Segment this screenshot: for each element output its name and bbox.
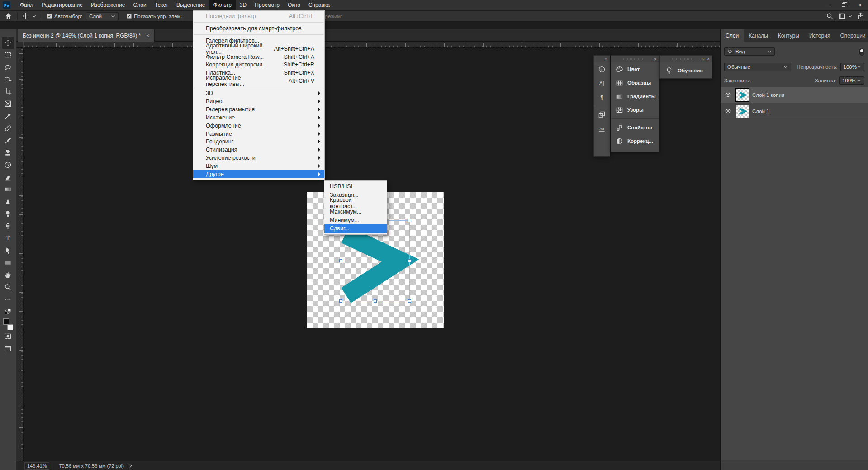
tool-button[interactable] — [2, 85, 14, 98]
show-transform-checkbox[interactable]: ✓ Показать упр. элем. — [127, 11, 182, 21]
menu-item[interactable]: Размытие — [193, 130, 324, 138]
menu-item[interactable]: Исправление перспективы... Alt+Ctrl+V — [193, 77, 324, 85]
layer-type-filter-button[interactable] — [803, 47, 813, 56]
quick-mask-button[interactable] — [2, 330, 14, 342]
menu-item[interactable]: 3D — [193, 89, 324, 97]
transform-handle[interactable] — [408, 219, 411, 222]
menu-item[interactable]: Стилизация — [193, 146, 324, 154]
collapsed-panel-button[interactable] — [594, 62, 610, 76]
menu-item[interactable]: Фильтр Camera Raw... Shift+Ctrl+A — [193, 53, 324, 61]
collapsed-panel-button[interactable]: Aa — [594, 122, 610, 136]
collapsed-panel-button[interactable]: Цвет — [611, 62, 659, 76]
background-color-chip[interactable] — [7, 324, 13, 330]
tool-button[interactable] — [2, 269, 14, 281]
menu-item[interactable]: Шум — [193, 162, 324, 170]
zoom-level-field[interactable]: 146,41% — [24, 462, 49, 470]
collapsed-panel-button[interactable]: Градиенты — [611, 90, 659, 103]
tool-button[interactable] — [2, 171, 14, 183]
menu-item[interactable]: Искажение — [193, 114, 324, 122]
menu-item[interactable]: Видео — [193, 97, 324, 105]
tool-button[interactable] — [2, 220, 14, 232]
tool-button[interactable] — [2, 134, 14, 147]
tool-button[interactable] — [2, 147, 14, 159]
close-button[interactable]: × — [852, 0, 868, 10]
menubar-item[interactable]: Слои — [129, 0, 151, 10]
tool-button[interactable] — [2, 195, 14, 208]
current-tool-button[interactable] — [22, 11, 37, 21]
tool-button[interactable] — [2, 122, 14, 134]
menubar-item[interactable]: Окно — [284, 0, 304, 10]
menu-item[interactable]: Рендеринг — [193, 138, 324, 146]
menubar-item[interactable]: Редактирование — [38, 0, 87, 10]
menu-item[interactable]: Адаптивный широкий угол... Alt+Shift+Ctr… — [193, 45, 324, 53]
ruler-corner[interactable] — [16, 42, 24, 48]
menubar-item[interactable]: Выделение — [172, 0, 209, 10]
panel-tab[interactable]: Контуры — [773, 29, 804, 42]
layer-visibility-toggle[interactable] — [723, 91, 732, 98]
menubar-item[interactable]: 3D — [236, 0, 251, 10]
collapsed-panel-button[interactable]: Коррекц... — [611, 134, 659, 148]
fill-field[interactable]: 100% — [839, 76, 864, 85]
swap-colors-button[interactable] — [2, 305, 14, 318]
transform-handle[interactable] — [408, 299, 411, 303]
horizontal-ruler[interactable] — [24, 42, 720, 48]
collapsed-panel-button[interactable] — [594, 108, 610, 122]
document-tab[interactable]: Без имени-2 @ 146% (Слой 1 копия, RGB/8#… — [18, 29, 155, 42]
panel-tab[interactable]: История — [804, 29, 835, 42]
tab-close-icon[interactable]: × — [146, 32, 150, 39]
auto-select-checkbox[interactable]: ✓ Автовыбор: — [47, 11, 82, 21]
menu-item[interactable]: Другое — [193, 170, 324, 178]
menu-item[interactable]: Преобразовать для смарт-фильтров — [193, 24, 324, 33]
foreground-color-chip[interactable] — [3, 318, 9, 325]
tool-button[interactable] — [2, 159, 14, 171]
menubar-item[interactable]: Справка — [304, 0, 334, 10]
learn-panel-header[interactable]: » × — [660, 56, 712, 62]
menu-item[interactable]: Сдвиг... — [324, 224, 387, 233]
menu-item[interactable]: Максимум... — [324, 208, 387, 216]
layer-row[interactable]: Слой 1 — [721, 103, 868, 119]
menu-item[interactable]: Краевой контраст... — [324, 199, 387, 208]
transform-handle[interactable] — [339, 259, 342, 262]
layer-type-filter-button[interactable] — [842, 47, 852, 56]
tool-button[interactable] — [2, 183, 14, 195]
layer-type-filter-button[interactable] — [816, 47, 826, 56]
collapsed-panel-button[interactable]: Свойства — [611, 121, 659, 134]
menu-item[interactable]: HSB/HSL — [324, 182, 387, 191]
transform-handle[interactable] — [339, 299, 342, 303]
blend-mode-select[interactable]: Обычные — [724, 63, 791, 71]
panel-strip-header[interactable]: » — [594, 56, 610, 62]
tool-button[interactable] — [2, 244, 14, 256]
tool-button[interactable] — [2, 293, 14, 305]
layer-type-filter-button[interactable] — [829, 47, 839, 56]
layer-filter-select[interactable]: Вид — [724, 47, 775, 56]
workspace-button[interactable] — [838, 11, 853, 21]
tool-button[interactable] — [2, 49, 14, 61]
menubar-item[interactable]: Текст — [151, 0, 172, 10]
screen-mode-button[interactable] — [2, 342, 14, 355]
menu-item[interactable]: Галерея размытия — [193, 105, 324, 114]
tool-button[interactable] — [2, 61, 14, 73]
minimize-button[interactable] — [819, 0, 835, 10]
menubar-item[interactable]: Фильтр — [209, 0, 236, 10]
home-button[interactable] — [5, 11, 12, 21]
vertical-ruler[interactable] — [16, 48, 24, 461]
collapsed-panel-button[interactable]: ¶ — [594, 90, 610, 104]
menubar-item[interactable]: Просмотр — [251, 0, 284, 10]
panel-tab[interactable]: Операции — [835, 29, 868, 42]
filter-toggle-switch[interactable] — [859, 48, 864, 56]
collapsed-panel-button[interactable]: A — [594, 76, 610, 90]
layer-row[interactable]: Слой 1 копия — [721, 87, 868, 103]
share-button[interactable] — [857, 11, 864, 21]
tool-button[interactable] — [2, 73, 14, 85]
panel-group-header[interactable]: » — [611, 56, 659, 62]
opacity-field[interactable]: 100% — [840, 63, 864, 71]
menu-item[interactable]: Усиление резкости — [193, 154, 324, 162]
tool-button[interactable]: T — [2, 232, 14, 244]
restore-button[interactable] — [835, 0, 852, 10]
tool-button[interactable] — [2, 208, 14, 220]
layer-visibility-toggle[interactable] — [723, 108, 732, 114]
menubar-item[interactable]: Файл — [16, 0, 38, 10]
auto-select-target-select[interactable]: Слой — [86, 11, 119, 21]
panel-tab[interactable]: Каналы — [744, 29, 773, 42]
learn-panel-button[interactable]: Обучение — [660, 62, 712, 78]
